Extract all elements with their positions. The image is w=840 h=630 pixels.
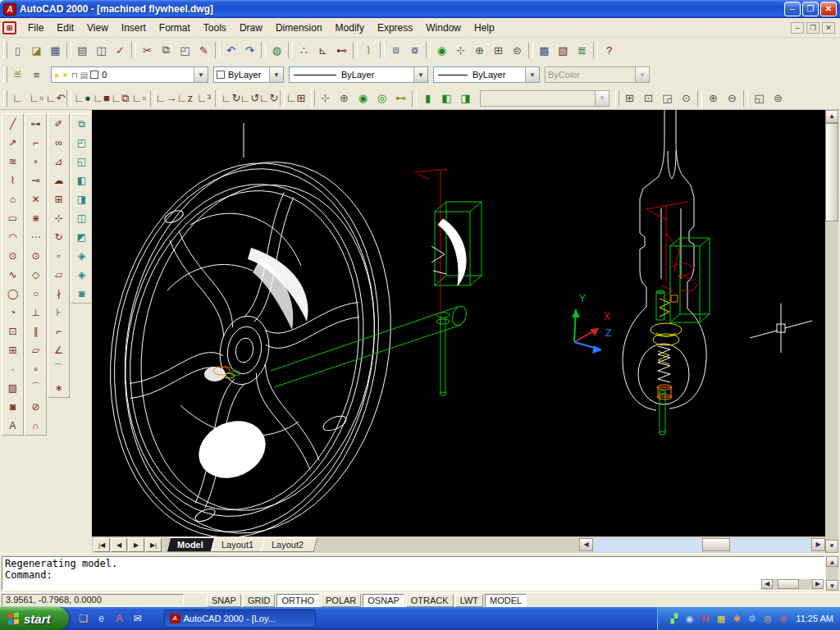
zoom-extents-icon[interactable]: ⊚ xyxy=(769,89,788,107)
multiline-icon[interactable]: ≋ xyxy=(2,152,23,171)
cd-drive-icon[interactable]: ◉ xyxy=(683,613,696,625)
cmd-scroll-down-icon[interactable]: ▼ xyxy=(826,580,838,591)
solid-wedge-icon[interactable]: ◧ xyxy=(437,89,456,107)
circle-icon[interactable]: ⊙ xyxy=(2,246,23,265)
layer-combo-dropdown[interactable]: ▼ xyxy=(194,67,208,82)
cmd-scroll-left-icon[interactable]: ◀ xyxy=(761,579,773,589)
designcenter-icon[interactable]: ▩ xyxy=(535,41,554,60)
start-button[interactable]: start xyxy=(0,607,69,630)
mirror-icon[interactable]: ⊿ xyxy=(48,152,69,171)
zoom-scale-icon[interactable]: ◲ xyxy=(658,89,677,107)
properties-icon[interactable]: ▧ xyxy=(554,41,573,60)
zoom-all-icon[interactable]: ◱ xyxy=(750,89,769,107)
scroll-up-icon[interactable]: ▲ xyxy=(825,110,838,123)
tab-layout2[interactable]: Layout2 xyxy=(261,537,318,552)
layer-combo[interactable]: ●☀⊓▤ 0 ▼ xyxy=(51,66,208,83)
menu-item[interactable]: File xyxy=(21,19,50,37)
adjust-distance-icon[interactable]: ⊷ xyxy=(391,89,410,107)
snap-toggle[interactable]: SNAP xyxy=(207,594,241,607)
zoom-in-icon[interactable]: ⊕ xyxy=(704,89,723,107)
lineweight-combo-dropdown[interactable]: ▼ xyxy=(525,67,539,82)
redraw-icon[interactable]: ⌇ xyxy=(359,41,378,60)
paste-icon[interactable]: ◰ xyxy=(176,41,194,60)
scroll-left-icon[interactable]: ◀ xyxy=(579,538,593,551)
break-icon[interactable]: ⌐ xyxy=(48,322,69,340)
make-object-layer-current-icon[interactable]: ≝ xyxy=(8,66,27,84)
offset-icon[interactable]: ☁ xyxy=(48,171,69,189)
snap-center-icon[interactable]: ⊙ xyxy=(25,246,46,265)
undo-icon[interactable]: ↶ xyxy=(221,41,240,60)
point-icon[interactable]: · xyxy=(2,359,23,378)
snap-intersection-icon[interactable]: ✕ xyxy=(25,189,46,208)
camera-icon[interactable]: ◙ xyxy=(71,284,92,303)
menu-item[interactable]: Help xyxy=(468,19,501,37)
save-icon[interactable]: ▦ xyxy=(46,41,65,60)
menu-item[interactable]: Dimension xyxy=(269,19,329,37)
linetype-combo[interactable]: ByLayer ▼ xyxy=(289,66,428,83)
osnap-toggle[interactable]: OSNAP xyxy=(363,594,404,607)
ucs-world-icon[interactable]: ∟▫ xyxy=(27,89,46,107)
canvas-vertical-scrollbar[interactable]: ▲ ▼ xyxy=(825,110,838,553)
menu-item[interactable]: Format xyxy=(153,19,197,37)
snap-quadrant-icon[interactable]: ◇ xyxy=(25,265,46,284)
snap-from-icon[interactable]: ⊾ xyxy=(313,41,332,60)
lwt-toggle[interactable]: LWT xyxy=(455,594,483,607)
tab-model[interactable]: Model xyxy=(167,537,217,552)
minimize-button[interactable]: – xyxy=(784,2,801,16)
ucs-origin-icon[interactable]: ∟▫ xyxy=(130,89,148,107)
autocad-icon[interactable]: A xyxy=(113,612,126,625)
ellipse-arc-icon[interactable]: ◔ xyxy=(2,303,23,322)
back-view-icon[interactable]: ◩ xyxy=(71,227,92,246)
osnap-settings-icon[interactable]: ∩ xyxy=(25,416,46,435)
color-combo-dropdown[interactable]: ▼ xyxy=(269,67,283,82)
rotate-icon[interactable]: ↻ xyxy=(48,227,69,246)
snap-from-icon[interactable]: ⌐ xyxy=(25,133,46,152)
left-view-icon[interactable]: ◧ xyxy=(71,171,92,189)
scale-icon[interactable]: ▫ xyxy=(48,246,69,265)
zoom-center-icon[interactable]: ⊙ xyxy=(677,89,696,107)
scroll-down-icon[interactable]: ▼ xyxy=(825,540,838,553)
solid-box-icon[interactable]: ▮ xyxy=(418,89,437,107)
print-icon[interactable]: ▤ xyxy=(73,41,92,60)
canvas-horizontal-scrollbar[interactable]: ◀ ▶ xyxy=(579,538,825,552)
pan-realtime-icon[interactable]: ⊹ xyxy=(451,41,470,60)
stretch-icon[interactable]: ▱ xyxy=(48,265,69,284)
fillet-icon[interactable]: ⌒ xyxy=(48,359,69,378)
make-block-icon[interactable]: ⊞ xyxy=(2,340,23,359)
region-icon[interactable]: ◙ xyxy=(2,397,23,416)
snap-tangent-icon[interactable]: ○ xyxy=(25,284,46,303)
scroll-right-icon[interactable]: ▶ xyxy=(811,538,825,551)
command-text-area[interactable]: Regenerating model. Command: xyxy=(2,556,825,591)
mail-icon[interactable]: ✉ xyxy=(131,612,144,625)
tab-next-button[interactable]: ▶ xyxy=(128,538,144,552)
right-view-icon[interactable]: ◨ xyxy=(71,189,92,208)
zoom-window-icon[interactable]: ⊞ xyxy=(489,41,508,60)
polygon-icon[interactable]: ⌂ xyxy=(2,189,23,208)
folder-icon[interactable]: ❏ xyxy=(77,612,90,625)
horizontal-scroll-thumb[interactable] xyxy=(702,538,730,551)
help-icon[interactable]: ? xyxy=(600,41,619,60)
system-tools-icon[interactable]: ⚙ xyxy=(746,613,758,625)
snap-node-icon[interactable]: ∘ xyxy=(25,359,46,378)
snap-parallel-icon[interactable]: ∥ xyxy=(25,322,46,340)
3d-orbit-icon[interactable]: ◉ xyxy=(354,89,372,107)
dbconnect-icon[interactable]: ≣ xyxy=(573,41,591,60)
tab-layout1[interactable]: Layout1 xyxy=(211,537,268,552)
grid-toggle[interactable]: GRID xyxy=(243,594,276,607)
menu-item[interactable]: Window xyxy=(419,19,468,37)
tab-last-button[interactable]: ▶| xyxy=(145,538,162,552)
lineweight-combo[interactable]: ByLayer ▼ xyxy=(433,66,540,83)
zoom-realtime-icon[interactable]: ⊕ xyxy=(470,41,489,60)
distance-icon[interactable]: ⊷ xyxy=(332,41,351,60)
cut-icon[interactable]: ✂ xyxy=(138,41,157,60)
taskbar-item-autocad[interactable]: A AutoCAD 2000 - [Loy... xyxy=(164,609,316,628)
graphics-utility-icon[interactable]: ✱ xyxy=(730,613,742,625)
construction-line-icon[interactable]: ↗ xyxy=(2,133,23,152)
internet-explorer-icon[interactable]: e xyxy=(95,612,108,625)
chamfer-icon[interactable]: ∠ xyxy=(48,340,69,359)
ucs-object-icon[interactable]: ∟● xyxy=(73,89,92,107)
otrack-toggle[interactable]: OTRACK xyxy=(406,594,454,607)
snap-endpoint-icon[interactable]: ∘ xyxy=(25,152,46,171)
tab-first-button[interactable]: |◀ xyxy=(94,538,110,552)
ucs-view-icon[interactable]: ∟⧉ xyxy=(111,89,130,107)
